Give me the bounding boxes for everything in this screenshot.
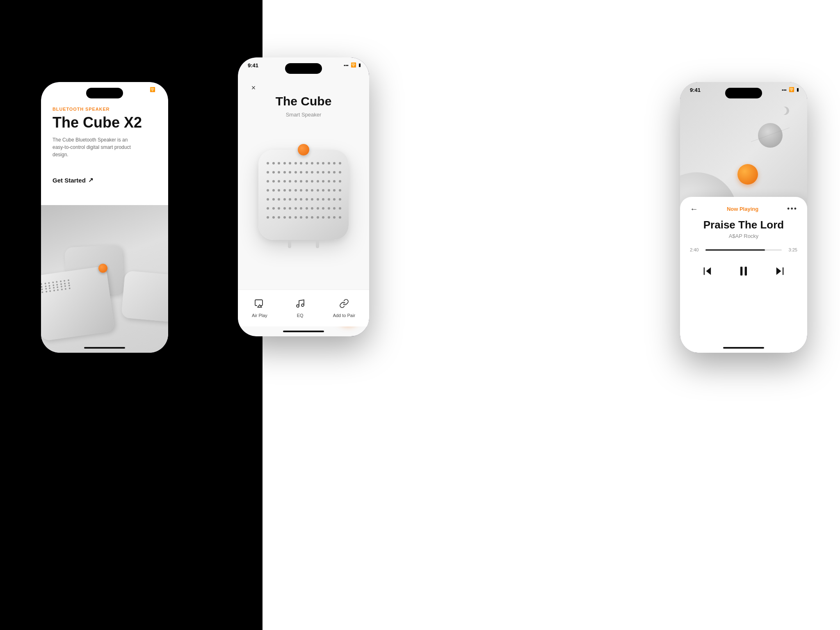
time-total: 3:25 xyxy=(786,247,797,252)
planet-with-ring xyxy=(758,123,783,148)
phone-3: 9:41 ▪▪▪ 🛜 ▮ xyxy=(680,82,807,353)
battery-icon-2: ▮ xyxy=(358,62,361,68)
progress-bar[interactable] xyxy=(705,249,782,251)
cube-3d xyxy=(258,150,349,240)
phone-2-status-icons: ▪▪▪ 🛜 ▮ xyxy=(344,62,361,68)
player-back-button[interactable]: ← xyxy=(690,204,698,214)
bottom-action-bar: Air Play EQ xyxy=(238,290,369,326)
get-started-button[interactable]: Get Started ↗ xyxy=(52,176,94,184)
time-elapsed: 2:40 xyxy=(690,247,701,252)
progress-fill xyxy=(705,249,765,251)
pair-label: Add to Pair xyxy=(333,313,355,318)
svg-marker-5 xyxy=(706,267,711,275)
speaker-3d-container xyxy=(238,123,369,267)
cube-main xyxy=(41,266,115,341)
cube-3d-wrapper xyxy=(258,150,349,240)
pair-icon xyxy=(339,299,349,311)
orange-ball-hero xyxy=(98,264,107,273)
phone-3-time: 9:41 xyxy=(690,87,701,93)
orange-ball-top xyxy=(298,144,309,155)
planet-small xyxy=(758,123,783,148)
pause-icon xyxy=(737,265,750,278)
phone-3-status-icons: ▪▪▪ 🛜 ▮ xyxy=(782,87,799,92)
prev-button[interactable] xyxy=(698,262,717,280)
track-title: Praise The Lord xyxy=(690,219,797,231)
eq-label: EQ xyxy=(297,313,304,318)
signal-icon-2: ▪▪▪ xyxy=(344,63,349,68)
wifi-icon-3: 🛜 xyxy=(789,87,794,92)
phone-1: 9:41 ▪▪▪ 🛜 ▮ BLUETOOTH SPEAKER The Cube … xyxy=(41,82,168,353)
add-to-pair-button[interactable]: Add to Pair xyxy=(333,299,355,318)
phone-1-time: 9:41 xyxy=(51,87,62,93)
speaker-grill xyxy=(267,162,336,224)
track-artist: A$AP Rocky xyxy=(690,233,797,239)
category-label: BLUETOOTH SPEAKER xyxy=(52,107,157,112)
phone-2-product-name: The Cube xyxy=(238,94,369,108)
phone-2-product-subtitle: Smart Speaker xyxy=(238,112,369,118)
close-button[interactable]: × xyxy=(248,82,259,94)
get-started-label: Get Started xyxy=(52,177,86,184)
battery-icon-3: ▮ xyxy=(797,87,799,92)
moon-icon xyxy=(781,107,791,116)
player-panel: ← Now Playing ••• Praise The Lord A$AP R… xyxy=(680,197,807,353)
airplay-button[interactable]: Air Play xyxy=(252,299,267,318)
svg-point-3 xyxy=(297,305,299,307)
next-icon xyxy=(774,265,785,277)
phone-2-time: 9:41 xyxy=(248,62,258,68)
home-indicator-3 xyxy=(723,347,764,349)
airplay-icon xyxy=(255,299,265,311)
get-started-arrow: ↗ xyxy=(88,176,94,184)
phone-1-screen: 9:41 ▪▪▪ 🛜 ▮ BLUETOOTH SPEAKER The Cube … xyxy=(41,82,168,353)
eq-icon xyxy=(295,299,305,311)
svg-marker-2 xyxy=(258,305,262,307)
player-controls xyxy=(690,260,797,282)
svg-marker-9 xyxy=(776,267,781,275)
next-button[interactable] xyxy=(771,262,789,280)
home-indicator-2 xyxy=(283,331,324,332)
player-more-button[interactable]: ••• xyxy=(787,205,797,213)
phone-1-top-content: BLUETOOTH SPEAKER The Cube X2 The Cube B… xyxy=(52,107,157,158)
now-playing-label: Now Playing xyxy=(727,206,758,212)
home-indicator-1 xyxy=(84,347,125,349)
product-description: The Cube Bluetooth Speaker is an easy-to… xyxy=(52,136,135,158)
signal-icon: ▪▪▪ xyxy=(143,87,148,92)
phone-2-dynamic-island xyxy=(285,63,322,74)
cube-legs xyxy=(288,240,319,248)
phone-2-screen: 9:41 ▪▪▪ 🛜 ▮ × The Cube Smart Speaker xyxy=(238,57,369,336)
wifi-icon-2: 🛜 xyxy=(351,62,356,68)
progress-row: 2:40 3:25 xyxy=(690,247,797,252)
cube-leg-left xyxy=(288,240,291,248)
orange-orb xyxy=(737,164,758,185)
product-title: The Cube X2 xyxy=(52,115,157,130)
eq-button[interactable]: EQ xyxy=(295,299,305,318)
phone-3-dynamic-island xyxy=(725,88,762,98)
phone-1-dynamic-island xyxy=(86,88,123,98)
hero-image xyxy=(41,205,168,353)
svg-rect-7 xyxy=(740,267,742,275)
wifi-icon: 🛜 xyxy=(150,87,155,92)
phone-2: 9:41 ▪▪▪ 🛜 ▮ × The Cube Smart Speaker xyxy=(238,57,369,336)
prev-icon xyxy=(702,265,713,277)
phone-1-status-icons: ▪▪▪ 🛜 ▮ xyxy=(143,87,160,92)
phone-3-screen: 9:41 ▪▪▪ 🛜 ▮ xyxy=(680,82,807,353)
cube-right xyxy=(121,271,168,322)
player-header: ← Now Playing ••• xyxy=(690,204,797,214)
signal-icon-3: ▪▪▪ xyxy=(782,87,787,92)
cube-leg-right xyxy=(316,240,319,248)
pause-button[interactable] xyxy=(733,260,754,282)
svg-rect-8 xyxy=(745,267,747,275)
scene: 9:41 ▪▪▪ 🛜 ▮ BLUETOOTH SPEAKER The Cube … xyxy=(0,0,840,630)
battery-icon: ▮ xyxy=(158,87,160,92)
airplay-label: Air Play xyxy=(252,313,267,318)
